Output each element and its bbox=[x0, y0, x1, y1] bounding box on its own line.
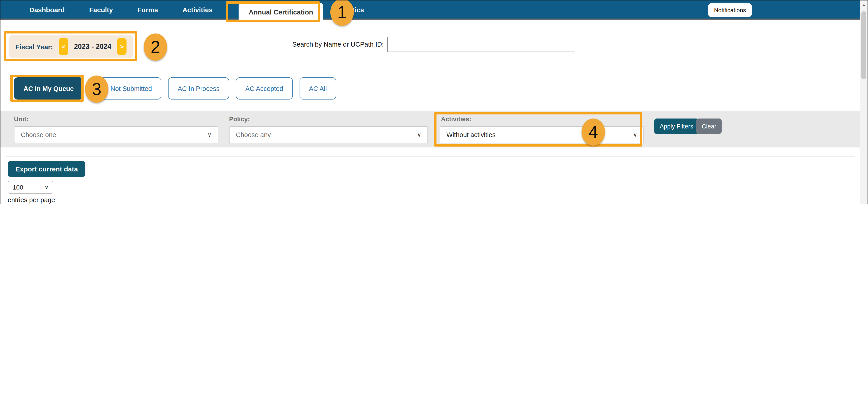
search-label: Search by Name or UCPath ID: bbox=[292, 41, 384, 48]
nav-item-activities[interactable]: Activities bbox=[182, 6, 212, 13]
fiscal-year-value: 2023 - 2024 bbox=[74, 42, 112, 51]
tab-ac-in-process[interactable]: AC In Process bbox=[168, 77, 229, 99]
search-area: Search by Name or UCPath ID: bbox=[292, 37, 575, 52]
chevron-down-icon: ∨ bbox=[208, 132, 212, 138]
activities-filter-select[interactable]: Without activities ∨ bbox=[440, 126, 644, 143]
tab-ac-not-submitted[interactable]: AC Not Submitted bbox=[90, 77, 161, 99]
fiscal-year-row: Fiscal Year: < 2023 - 2024 > Search by N… bbox=[0, 31, 860, 63]
policy-filter-value: Choose any bbox=[236, 131, 271, 138]
filter-bar: Unit: Choose one ∨ Policy: Choose any ∨ … bbox=[0, 111, 860, 147]
export-current-data-button[interactable]: Export current data bbox=[8, 161, 86, 177]
nav-tab-annual-certification[interactable]: Annual Certification bbox=[239, 2, 323, 22]
ac-queue-tabs: AC In My Queue AC Not Submitted AC In Pr… bbox=[14, 77, 336, 99]
scrollbar-up-arrow-icon[interactable]: ▲ bbox=[860, 0, 868, 7]
notifications-button[interactable]: Notifications bbox=[708, 3, 752, 17]
clear-filters-button[interactable]: Clear bbox=[696, 118, 722, 134]
nav-item-forms[interactable]: Forms bbox=[137, 6, 158, 13]
entries-per-page-label: entries per page bbox=[8, 196, 55, 204]
top-navbar: Dashboard Faculty Forms Activities Annua… bbox=[0, 0, 860, 20]
unit-filter-select[interactable]: Choose one ∨ bbox=[14, 126, 218, 143]
chevron-down-icon: ∨ bbox=[45, 184, 48, 190]
entries-per-page-select[interactable]: 100 ∨ bbox=[8, 181, 53, 194]
activities-filter-value: Without activities bbox=[446, 131, 496, 138]
nav-item-dashboard[interactable]: Dashboard bbox=[29, 6, 65, 13]
chevron-down-icon: ∨ bbox=[633, 132, 637, 138]
search-input[interactable] bbox=[388, 37, 575, 52]
fiscal-year-next-button[interactable]: > bbox=[117, 38, 126, 55]
tab-ac-accepted[interactable]: AC Accepted bbox=[236, 77, 293, 99]
scrollbar-thumb[interactable] bbox=[861, 11, 866, 79]
tab-ac-all[interactable]: AC All bbox=[300, 77, 336, 99]
unit-filter-label: Unit: bbox=[14, 115, 28, 123]
vertical-scrollbar[interactable]: ▲ bbox=[860, 0, 868, 204]
nav-item-analytics[interactable]: Analytics bbox=[334, 6, 364, 13]
divider bbox=[6, 156, 855, 156]
fiscal-year-prev-button[interactable]: < bbox=[59, 38, 68, 55]
unit-filter-value: Choose one bbox=[21, 131, 56, 138]
fiscal-year-selector: Fiscal Year: < 2023 - 2024 > bbox=[8, 35, 133, 58]
entries-per-page-value: 100 bbox=[13, 184, 23, 191]
apply-filters-button[interactable]: Apply Filters bbox=[654, 118, 699, 134]
chevron-down-icon: ∨ bbox=[417, 132, 421, 138]
nav-item-faculty[interactable]: Faculty bbox=[89, 6, 113, 13]
stage: Dashboard Faculty Forms Activities Annua… bbox=[0, 0, 868, 204]
activities-filter-label: Activities: bbox=[441, 115, 471, 123]
policy-filter-label: Policy: bbox=[229, 115, 250, 123]
policy-filter-select[interactable]: Choose any ∨ bbox=[229, 126, 428, 143]
fiscal-year-label: Fiscal Year: bbox=[16, 43, 53, 51]
annual-certification-page: Dashboard Faculty Forms Activities Annua… bbox=[0, 0, 868, 204]
tab-ac-in-my-queue[interactable]: AC In My Queue bbox=[14, 77, 83, 99]
